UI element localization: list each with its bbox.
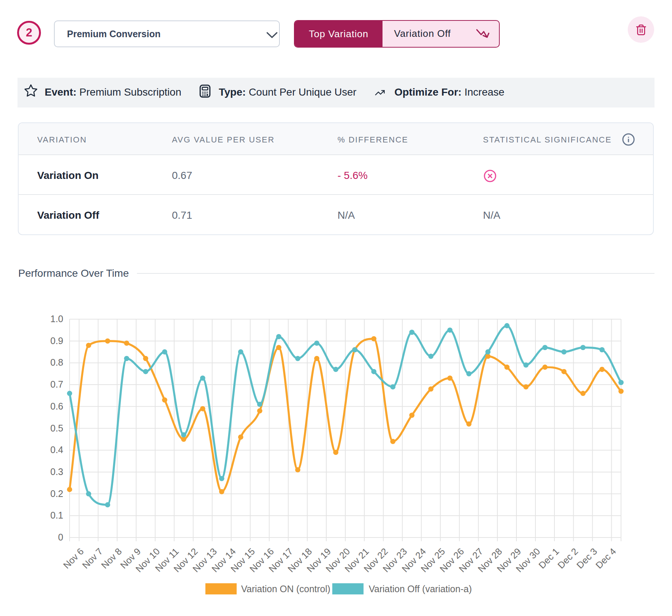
svg-text:Variation Off (variation-a): Variation Off (variation-a) xyxy=(369,584,472,594)
svg-text:0.8: 0.8 xyxy=(50,357,63,368)
svg-text:0.1: 0.1 xyxy=(50,510,63,520)
svg-text:Dec 2: Dec 2 xyxy=(556,546,580,571)
svg-text:Nov 7: Nov 7 xyxy=(80,546,105,571)
svg-text:0.5: 0.5 xyxy=(50,423,63,433)
svg-text:Dec 4: Dec 4 xyxy=(593,546,618,571)
svg-text:Nov 6: Nov 6 xyxy=(61,546,86,571)
svg-text:0: 0 xyxy=(58,532,63,542)
svg-text:0.7: 0.7 xyxy=(50,379,63,389)
svg-text:Nov 8: Nov 8 xyxy=(99,546,124,571)
svg-text:1.0: 1.0 xyxy=(50,314,63,324)
svg-text:0.4: 0.4 xyxy=(50,445,63,455)
svg-text:Dec 3: Dec 3 xyxy=(575,546,599,571)
svg-text:Dec 1: Dec 1 xyxy=(537,546,561,571)
svg-text:0.3: 0.3 xyxy=(50,466,63,477)
svg-text:0.6: 0.6 xyxy=(50,401,63,411)
svg-text:0.9: 0.9 xyxy=(50,336,63,346)
svg-text:Variation ON (control): Variation ON (control) xyxy=(241,584,330,594)
svg-text:0.2: 0.2 xyxy=(50,488,63,499)
